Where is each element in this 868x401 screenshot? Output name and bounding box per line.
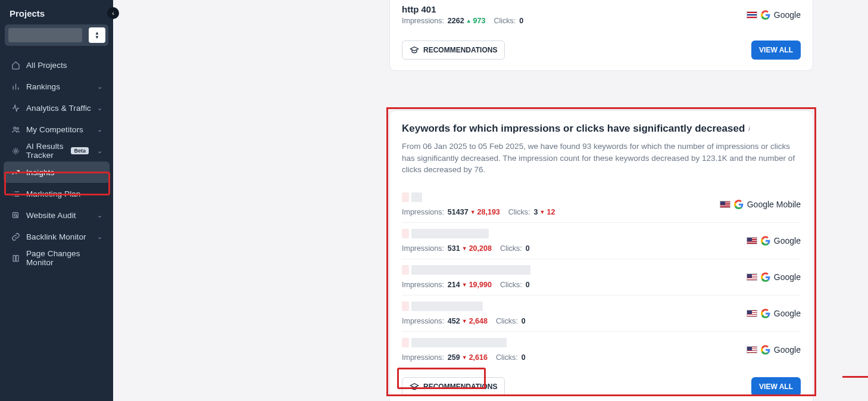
chevron-down-icon: ⌄ <box>97 126 102 133</box>
nav-label: Website Audit <box>26 211 91 220</box>
search-engine: Google <box>747 236 801 245</box>
keyword-redacted <box>411 229 489 238</box>
svg-point-0 <box>13 127 15 129</box>
keyword-row[interactable]: Impressions:51437 ▼28,193 Clicks:3 ▼12 G… <box>402 186 801 223</box>
keyword-row[interactable]: http 401 Impressions:2262 ▲973 Clicks:0 … <box>402 0 801 31</box>
nav-label: My Competitors <box>26 125 91 134</box>
info-icon[interactable]: i <box>748 126 750 132</box>
main-content: http 403 Impressions:2215 ▲1,412 Clicks:… <box>113 0 868 401</box>
flag-us-icon <box>747 273 757 281</box>
nav-label: Rankings <box>26 82 91 91</box>
nav-label: Backlink Monitor <box>26 232 91 241</box>
se-label: Google <box>774 345 801 355</box>
keyword-redacted <box>402 265 409 275</box>
keyword-redacted <box>402 301 409 311</box>
project-selector[interactable]: ▲▼ <box>5 24 108 46</box>
sidebar-item-my-competitors[interactable]: My Competitors ⌄ <box>4 119 110 140</box>
sidebar-item-analytics-traffic[interactable]: Analytics & Traffic ⌄ <box>4 97 110 119</box>
recommendations-button[interactable]: RECOMMENDATIONS <box>402 41 505 60</box>
sidebar-item-ai-results-tracker[interactable]: AI Results Tracker Beta ⌄ <box>4 140 110 161</box>
card-title: Keywords for which impressions or clicks… <box>402 123 801 135</box>
nav-label: All Projects <box>26 61 102 70</box>
impressions-metric: Impressions:452 ▼2,648 <box>402 317 488 325</box>
impressions-metric: Impressions:531 ▼20,208 <box>402 244 492 253</box>
card-actions: RECOMMENDATIONS VIEW ALL <box>402 377 801 396</box>
card-decreased-keywords: Keywords for which impressions or clicks… <box>389 110 813 401</box>
google-logo-icon <box>761 345 770 355</box>
clicks-metric: Clicks:0 <box>494 17 523 25</box>
flag-us-icon <box>747 346 757 353</box>
se-label: Google <box>774 272 801 282</box>
svg-rect-5 <box>13 255 15 261</box>
flag-uk-icon <box>747 11 757 18</box>
link-icon <box>11 232 20 241</box>
chevron-down-icon: ⌄ <box>97 233 102 241</box>
project-dropdown-icon[interactable]: ▲▼ <box>89 27 105 43</box>
keyword-row[interactable]: Impressions:214 ▼19,990 Clicks:0 Google <box>402 259 801 296</box>
google-logo-icon <box>761 236 770 245</box>
card-actions: RECOMMENDATIONS VIEW ALL <box>402 41 801 60</box>
nav-label: Analytics & Traffic <box>26 104 91 113</box>
clicks-metric: Clicks:0 <box>500 281 530 289</box>
chevron-down-icon: ⌄ <box>97 83 102 91</box>
google-logo-icon <box>734 200 744 209</box>
people-icon <box>11 125 20 134</box>
nav-label: Insights <box>26 168 102 177</box>
clicks-metric: Clicks:0 <box>500 244 530 253</box>
impressions-metric: Impressions:214 ▼19,990 <box>402 281 492 289</box>
search-engine: Google <box>747 345 801 355</box>
view-all-button[interactable]: VIEW ALL <box>751 41 801 60</box>
keyword-redacted <box>411 265 530 275</box>
sidebar-item-marketing-plan[interactable]: Marketing Plan <box>4 183 110 204</box>
keyword-redacted <box>402 192 409 202</box>
keyword-name: http 401 <box>402 4 741 14</box>
chevron-down-icon: ⌄ <box>97 104 102 112</box>
se-label: Google <box>774 10 801 20</box>
impressions-metric: Impressions:2262 ▲973 <box>402 17 485 25</box>
nav-label: Page Changes Monitor <box>26 249 102 267</box>
home-icon <box>11 60 20 70</box>
google-logo-icon <box>761 272 770 282</box>
google-logo-icon <box>761 309 770 318</box>
sidebar-item-rankings[interactable]: Rankings ⌄ <box>4 76 110 97</box>
search-engine: Google Mobile <box>720 200 801 209</box>
google-logo-icon <box>761 10 770 20</box>
search-engine: Google <box>747 272 801 282</box>
recommendations-button[interactable]: RECOMMENDATIONS <box>402 377 505 396</box>
bars-icon <box>11 82 20 91</box>
card-description: From 06 Jan 2025 to 05 Feb 2025, we have… <box>402 141 801 176</box>
sidebar-item-insights[interactable]: Insights <box>4 161 110 183</box>
keyword-redacted <box>402 229 409 238</box>
keyword-row[interactable]: Impressions:531 ▼20,208 Clicks:0 Google <box>402 223 801 259</box>
chevron-down-icon: ⌄ <box>97 147 102 155</box>
graduation-cap-icon <box>410 382 419 391</box>
sidebar: ‹ Projects ▲▼ All Projects Rankings ⌄ An… <box>0 0 113 401</box>
beta-badge: Beta <box>71 147 89 154</box>
view-all-button[interactable]: VIEW ALL <box>751 377 801 396</box>
list-icon <box>11 189 20 198</box>
svg-point-2 <box>14 150 17 152</box>
nav-label: AI Results Tracker <box>26 142 65 160</box>
annotation-arrow <box>842 372 868 381</box>
keyword-row[interactable]: Impressions:452 ▼2,648 Clicks:0 Google <box>402 296 801 332</box>
flag-us-icon <box>747 237 757 244</box>
sidebar-item-backlink-monitor[interactable]: Backlink Monitor ⌄ <box>4 226 110 247</box>
project-name-placeholder <box>8 28 82 42</box>
chevron-down-icon: ⌄ <box>97 212 102 219</box>
clicks-metric: Clicks:0 <box>496 353 526 362</box>
card-increased-keywords: http 403 Impressions:2215 ▲1,412 Clicks:… <box>389 0 813 71</box>
search-icon <box>11 210 20 220</box>
impressions-metric: Impressions:259 ▼2,616 <box>402 353 488 362</box>
pulse-icon <box>11 103 20 113</box>
flag-us-icon <box>747 310 757 317</box>
sidebar-item-all-projects[interactable]: All Projects <box>4 54 110 76</box>
keyword-row[interactable]: Impressions:259 ▼2,616 Clicks:0 Google <box>402 332 801 368</box>
clicks-metric: Clicks:0 <box>496 317 526 325</box>
sidebar-item-website-audit[interactable]: Website Audit ⌄ <box>4 204 110 226</box>
graduation-cap-icon <box>410 45 419 55</box>
sidebar-title: Projects <box>0 0 113 24</box>
clicks-metric: Clicks:3 ▼12 <box>508 208 555 216</box>
sidebar-item-page-changes-monitor[interactable]: Page Changes Monitor <box>4 247 110 269</box>
keyword-redacted <box>411 338 507 347</box>
se-label: Google Mobile <box>747 200 801 209</box>
